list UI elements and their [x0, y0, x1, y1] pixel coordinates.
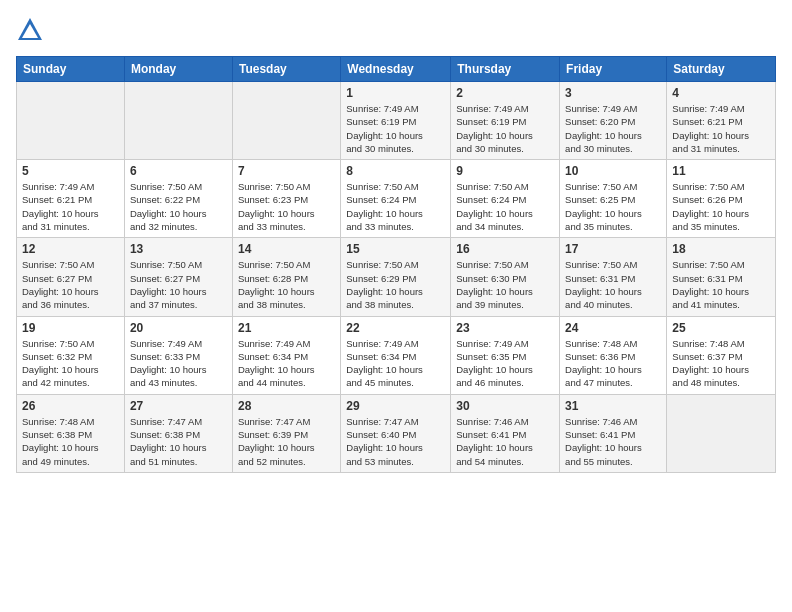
calendar: SundayMondayTuesdayWednesdayThursdayFrid…	[16, 56, 776, 473]
calendar-cell	[232, 82, 340, 160]
calendar-cell: 5Sunrise: 7:49 AM Sunset: 6:21 PM Daylig…	[17, 160, 125, 238]
calendar-cell: 12Sunrise: 7:50 AM Sunset: 6:27 PM Dayli…	[17, 238, 125, 316]
day-info: Sunrise: 7:49 AM Sunset: 6:33 PM Dayligh…	[130, 337, 227, 390]
calendar-cell: 16Sunrise: 7:50 AM Sunset: 6:30 PM Dayli…	[451, 238, 560, 316]
day-info: Sunrise: 7:47 AM Sunset: 6:38 PM Dayligh…	[130, 415, 227, 468]
day-info: Sunrise: 7:50 AM Sunset: 6:27 PM Dayligh…	[22, 258, 119, 311]
calendar-cell: 28Sunrise: 7:47 AM Sunset: 6:39 PM Dayli…	[232, 394, 340, 472]
day-number: 11	[672, 164, 770, 178]
day-number: 21	[238, 321, 335, 335]
calendar-cell: 7Sunrise: 7:50 AM Sunset: 6:23 PM Daylig…	[232, 160, 340, 238]
week-row-2: 5Sunrise: 7:49 AM Sunset: 6:21 PM Daylig…	[17, 160, 776, 238]
day-info: Sunrise: 7:50 AM Sunset: 6:28 PM Dayligh…	[238, 258, 335, 311]
day-number: 30	[456, 399, 554, 413]
weekday-header-wednesday: Wednesday	[341, 57, 451, 82]
day-info: Sunrise: 7:50 AM Sunset: 6:29 PM Dayligh…	[346, 258, 445, 311]
day-number: 31	[565, 399, 661, 413]
calendar-cell	[667, 394, 776, 472]
day-number: 8	[346, 164, 445, 178]
day-info: Sunrise: 7:49 AM Sunset: 6:21 PM Dayligh…	[22, 180, 119, 233]
calendar-body: 1Sunrise: 7:49 AM Sunset: 6:19 PM Daylig…	[17, 82, 776, 473]
day-info: Sunrise: 7:46 AM Sunset: 6:41 PM Dayligh…	[565, 415, 661, 468]
day-info: Sunrise: 7:48 AM Sunset: 6:36 PM Dayligh…	[565, 337, 661, 390]
logo	[16, 16, 48, 44]
day-number: 10	[565, 164, 661, 178]
day-info: Sunrise: 7:49 AM Sunset: 6:21 PM Dayligh…	[672, 102, 770, 155]
day-number: 26	[22, 399, 119, 413]
day-number: 13	[130, 242, 227, 256]
day-number: 17	[565, 242, 661, 256]
day-info: Sunrise: 7:50 AM Sunset: 6:24 PM Dayligh…	[456, 180, 554, 233]
calendar-cell: 14Sunrise: 7:50 AM Sunset: 6:28 PM Dayli…	[232, 238, 340, 316]
day-number: 25	[672, 321, 770, 335]
calendar-cell: 31Sunrise: 7:46 AM Sunset: 6:41 PM Dayli…	[560, 394, 667, 472]
day-info: Sunrise: 7:50 AM Sunset: 6:25 PM Dayligh…	[565, 180, 661, 233]
week-row-5: 26Sunrise: 7:48 AM Sunset: 6:38 PM Dayli…	[17, 394, 776, 472]
day-info: Sunrise: 7:50 AM Sunset: 6:26 PM Dayligh…	[672, 180, 770, 233]
weekday-header-friday: Friday	[560, 57, 667, 82]
calendar-cell: 18Sunrise: 7:50 AM Sunset: 6:31 PM Dayli…	[667, 238, 776, 316]
day-number: 7	[238, 164, 335, 178]
day-number: 27	[130, 399, 227, 413]
day-info: Sunrise: 7:49 AM Sunset: 6:20 PM Dayligh…	[565, 102, 661, 155]
day-info: Sunrise: 7:50 AM Sunset: 6:23 PM Dayligh…	[238, 180, 335, 233]
day-number: 6	[130, 164, 227, 178]
day-number: 23	[456, 321, 554, 335]
day-number: 12	[22, 242, 119, 256]
calendar-cell: 4Sunrise: 7:49 AM Sunset: 6:21 PM Daylig…	[667, 82, 776, 160]
week-row-4: 19Sunrise: 7:50 AM Sunset: 6:32 PM Dayli…	[17, 316, 776, 394]
week-row-3: 12Sunrise: 7:50 AM Sunset: 6:27 PM Dayli…	[17, 238, 776, 316]
calendar-cell: 29Sunrise: 7:47 AM Sunset: 6:40 PM Dayli…	[341, 394, 451, 472]
day-info: Sunrise: 7:47 AM Sunset: 6:39 PM Dayligh…	[238, 415, 335, 468]
calendar-cell	[17, 82, 125, 160]
calendar-cell: 17Sunrise: 7:50 AM Sunset: 6:31 PM Dayli…	[560, 238, 667, 316]
weekday-header-thursday: Thursday	[451, 57, 560, 82]
weekday-header-saturday: Saturday	[667, 57, 776, 82]
calendar-header: SundayMondayTuesdayWednesdayThursdayFrid…	[17, 57, 776, 82]
day-number: 5	[22, 164, 119, 178]
day-info: Sunrise: 7:50 AM Sunset: 6:32 PM Dayligh…	[22, 337, 119, 390]
calendar-cell: 11Sunrise: 7:50 AM Sunset: 6:26 PM Dayli…	[667, 160, 776, 238]
calendar-cell: 19Sunrise: 7:50 AM Sunset: 6:32 PM Dayli…	[17, 316, 125, 394]
day-number: 4	[672, 86, 770, 100]
day-number: 2	[456, 86, 554, 100]
day-info: Sunrise: 7:49 AM Sunset: 6:35 PM Dayligh…	[456, 337, 554, 390]
day-number: 28	[238, 399, 335, 413]
calendar-cell: 25Sunrise: 7:48 AM Sunset: 6:37 PM Dayli…	[667, 316, 776, 394]
day-info: Sunrise: 7:50 AM Sunset: 6:31 PM Dayligh…	[672, 258, 770, 311]
calendar-cell: 20Sunrise: 7:49 AM Sunset: 6:33 PM Dayli…	[124, 316, 232, 394]
calendar-cell: 2Sunrise: 7:49 AM Sunset: 6:19 PM Daylig…	[451, 82, 560, 160]
calendar-cell: 21Sunrise: 7:49 AM Sunset: 6:34 PM Dayli…	[232, 316, 340, 394]
calendar-cell: 24Sunrise: 7:48 AM Sunset: 6:36 PM Dayli…	[560, 316, 667, 394]
day-number: 14	[238, 242, 335, 256]
day-info: Sunrise: 7:48 AM Sunset: 6:37 PM Dayligh…	[672, 337, 770, 390]
calendar-cell: 9Sunrise: 7:50 AM Sunset: 6:24 PM Daylig…	[451, 160, 560, 238]
day-info: Sunrise: 7:48 AM Sunset: 6:38 PM Dayligh…	[22, 415, 119, 468]
calendar-cell: 8Sunrise: 7:50 AM Sunset: 6:24 PM Daylig…	[341, 160, 451, 238]
day-number: 1	[346, 86, 445, 100]
day-number: 20	[130, 321, 227, 335]
day-number: 15	[346, 242, 445, 256]
calendar-cell: 15Sunrise: 7:50 AM Sunset: 6:29 PM Dayli…	[341, 238, 451, 316]
day-number: 3	[565, 86, 661, 100]
calendar-cell: 13Sunrise: 7:50 AM Sunset: 6:27 PM Dayli…	[124, 238, 232, 316]
calendar-cell: 26Sunrise: 7:48 AM Sunset: 6:38 PM Dayli…	[17, 394, 125, 472]
day-info: Sunrise: 7:50 AM Sunset: 6:22 PM Dayligh…	[130, 180, 227, 233]
page-header	[16, 16, 776, 44]
day-number: 18	[672, 242, 770, 256]
calendar-cell: 22Sunrise: 7:49 AM Sunset: 6:34 PM Dayli…	[341, 316, 451, 394]
day-number: 9	[456, 164, 554, 178]
day-number: 16	[456, 242, 554, 256]
calendar-cell: 1Sunrise: 7:49 AM Sunset: 6:19 PM Daylig…	[341, 82, 451, 160]
day-number: 22	[346, 321, 445, 335]
day-info: Sunrise: 7:50 AM Sunset: 6:31 PM Dayligh…	[565, 258, 661, 311]
day-info: Sunrise: 7:47 AM Sunset: 6:40 PM Dayligh…	[346, 415, 445, 468]
weekday-row: SundayMondayTuesdayWednesdayThursdayFrid…	[17, 57, 776, 82]
day-info: Sunrise: 7:46 AM Sunset: 6:41 PM Dayligh…	[456, 415, 554, 468]
day-number: 19	[22, 321, 119, 335]
calendar-cell: 6Sunrise: 7:50 AM Sunset: 6:22 PM Daylig…	[124, 160, 232, 238]
calendar-cell: 27Sunrise: 7:47 AM Sunset: 6:38 PM Dayli…	[124, 394, 232, 472]
day-number: 24	[565, 321, 661, 335]
calendar-cell	[124, 82, 232, 160]
day-info: Sunrise: 7:49 AM Sunset: 6:19 PM Dayligh…	[456, 102, 554, 155]
